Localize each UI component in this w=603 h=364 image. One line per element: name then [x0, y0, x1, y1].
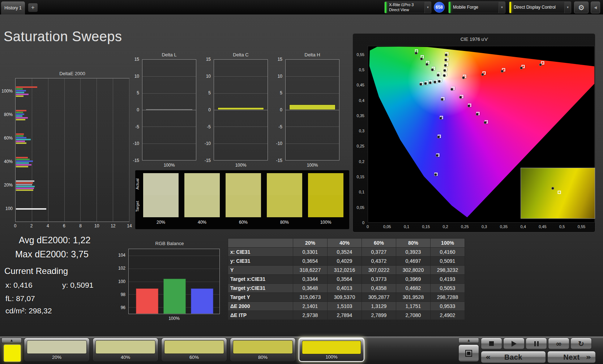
reading-cdm2: cd/m²: 298,32 — [5, 307, 52, 315]
tab-history-1[interactable]: History 1 — [1, 1, 25, 14]
measured-marker — [445, 53, 448, 56]
deltae-xlabels: 02468101214 — [15, 223, 129, 229]
table-cell: 0,5091 — [431, 257, 465, 266]
stop-button[interactable] — [481, 338, 502, 350]
infinity-icon: ∞ — [556, 340, 562, 347]
reading-fl: fL: 87,07 — [5, 294, 35, 303]
source-dropdown[interactable]: Mobile Forge ▼ — [448, 1, 505, 13]
measured-marker — [429, 81, 432, 84]
deltae-bar — [16, 112, 23, 113]
next-button[interactable]: Next » — [547, 351, 596, 363]
deltae-gridline — [113, 78, 113, 222]
cie-ytick: 0,45 — [357, 83, 364, 87]
table-row-label: y: CIE31 — [228, 257, 293, 266]
delta-plot — [142, 59, 196, 160]
delta-xlabel: 100% — [214, 163, 268, 168]
deltae-bar — [16, 164, 31, 166]
cie-ytick: 0,5 — [359, 68, 364, 72]
deltae-xtick: 8 — [79, 223, 82, 228]
table-row-label: x: CIE31 — [228, 248, 293, 257]
cie-ytick: 0,25 — [357, 144, 364, 148]
stop-icon — [489, 341, 494, 346]
cie-chart-title: CIE 1976 u'v' — [353, 37, 596, 42]
back-button[interactable]: « Back — [481, 351, 546, 363]
expand-left-panel-button[interactable]: ▲ — [1, 338, 22, 343]
measured-marker — [501, 70, 504, 73]
saturation-color-swatch — [95, 340, 155, 354]
saturation-level-button-20%[interactable]: 20% — [24, 338, 90, 362]
expand-right-panel-button[interactable]: ▲ — [458, 338, 479, 343]
chevron-down-icon: ▼ — [499, 2, 505, 13]
meter-dropdown[interactable]: X-Rite i1Pro 3 Direct View ▼ — [384, 1, 431, 13]
rgb-ytick: 98 — [121, 292, 125, 297]
deltae-ytick: 20% — [4, 183, 13, 188]
deltae-bar — [16, 182, 33, 184]
add-tab-button[interactable]: + — [28, 3, 38, 12]
deltae-ylabels: 100%80%60%40%20%100 — [3, 78, 14, 222]
back-button-label: Back — [504, 353, 522, 361]
actual-swatch — [308, 173, 343, 195]
deltae-xtick: 6 — [63, 223, 65, 228]
deltae-bar-group — [16, 110, 129, 121]
avg-de2000-readout: Avg dE2000: 1,22 — [19, 235, 90, 245]
delta-gridline — [214, 93, 268, 94]
saturation-level-button-40%[interactable]: 40% — [93, 338, 158, 362]
saturation-level-label: 80% — [230, 355, 295, 360]
collapse-panel-button[interactable]: ◀ — [591, 1, 600, 13]
saturation-level-button-60%[interactable]: 60% — [161, 338, 227, 362]
table-row-label: Y — [228, 266, 293, 275]
rgb-gridline — [129, 269, 219, 269]
delta-chart-title: Delta L — [142, 52, 196, 57]
swatch-label: 100% — [308, 217, 343, 225]
saturation-level-button-100%[interactable]: 100% — [299, 338, 364, 362]
delta-ytick: 0 — [280, 107, 282, 112]
display-control-dropdown[interactable]: Direct Display Control ▼ — [509, 1, 571, 13]
display-control-label: Direct Display Control — [511, 2, 564, 13]
deltae-gridline — [48, 78, 48, 222]
loop-button[interactable]: ∞ — [548, 338, 569, 350]
session-count-badge[interactable]: 658 — [434, 2, 445, 13]
saturation-level-button-80%[interactable]: 80% — [230, 338, 296, 362]
rgb-bar-red — [136, 288, 158, 314]
refresh-button[interactable]: ↻ — [570, 338, 592, 350]
delta-xlabel: 100% — [285, 163, 339, 168]
pause-button[interactable] — [526, 338, 547, 350]
deltae-ytick: 80% — [4, 112, 13, 117]
deltae-bar — [16, 133, 24, 135]
table-row: ΔE 20002,14011,51031,31291,17510,9533 — [228, 302, 465, 311]
deltae-bar — [16, 135, 23, 137]
table-row: ΔE ITP2,97382,78942,78992,70802,4902 — [228, 311, 465, 320]
play-button[interactable] — [503, 338, 525, 350]
measured-marker — [419, 83, 422, 86]
target-row-label: Target — [135, 194, 140, 218]
actual-swatch — [226, 173, 261, 195]
cie-ytick: 0,4 — [359, 98, 364, 103]
deltae-bar — [16, 208, 46, 210]
delta-gridline — [286, 76, 339, 77]
rgb-ylabels: 1041021009896 — [115, 249, 127, 314]
settings-button[interactable]: ⚙ — [574, 1, 589, 13]
cie-ytick: 0,05 — [357, 205, 364, 210]
deltae-bar — [16, 162, 29, 164]
deltae-bar — [16, 114, 24, 115]
deltae-bar — [16, 117, 28, 119]
cie-ytick: 0,15 — [357, 175, 364, 179]
delta-gridline — [142, 127, 196, 127]
deltae-gridline — [32, 78, 32, 222]
deltae-bar — [16, 90, 26, 91]
pattern-window-button[interactable] — [458, 344, 479, 362]
max-de2000-readout: Max dE2000: 3,75 — [15, 249, 89, 260]
table-cell: 312,0216 — [328, 266, 362, 275]
table-header-cell: 40% — [328, 239, 362, 248]
measured-marker — [425, 63, 428, 66]
swatch-columns: 20%40%60%80%100% — [143, 173, 343, 225]
table-cell: 302,8020 — [396, 266, 431, 275]
swatch-column: 20% — [143, 173, 179, 225]
measured-marker — [450, 88, 453, 91]
actual-target-swatch-panel: Actual Target 20%40%60%80%100% — [135, 170, 349, 229]
bottom-bar: ▲ 20%40%60%80%100% ▲ ∞ ↻ « Back N — [0, 337, 603, 364]
measured-marker — [539, 63, 542, 66]
measured-marker — [443, 69, 446, 72]
table-row-label: Target Y — [228, 293, 293, 302]
current-color-swatch — [4, 344, 21, 362]
